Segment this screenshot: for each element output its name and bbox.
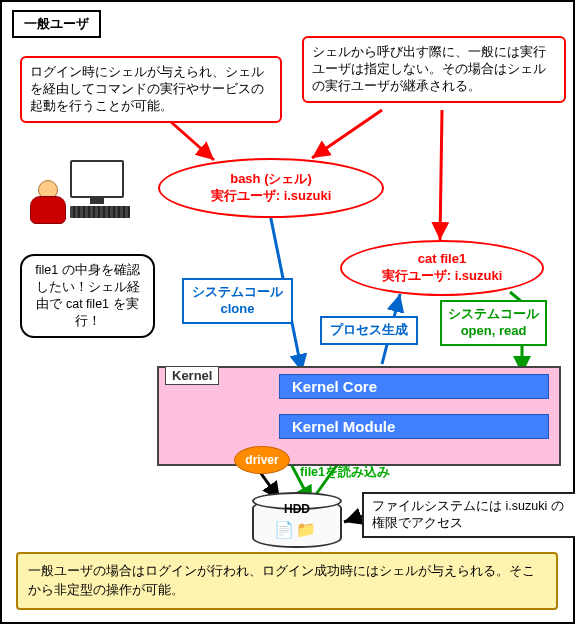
syscall-open-l1: システムコール — [448, 306, 539, 323]
kernel-module: Kernel Module — [279, 414, 549, 439]
hdd-files-icon: 📄📁 — [274, 520, 318, 539]
hdd-icon: HDD 📄📁 — [252, 492, 342, 550]
syscall-clone-l1: システムコール — [192, 284, 283, 301]
kernel-core: Kernel Core — [279, 374, 549, 399]
diagram-canvas: 一般ユーザ ログイン時にシェルが与えられ、シェルを経由してコマンドの実行やサービ… — [0, 0, 575, 624]
cat-user: 実行ユーザ: i.suzuki — [382, 268, 503, 285]
bash-user: 実行ユーザ: i.suzuki — [211, 188, 332, 205]
fs-access-note: ファイルシステムには i.suzuki の権限でアクセス — [362, 492, 575, 538]
title-box: 一般ユーザ — [12, 10, 101, 38]
kernel-box: Kernel Kernel Core Kernel Module — [157, 366, 561, 466]
user-computer-icon — [22, 160, 142, 240]
node-cat-process: cat file1 実行ユーザ: i.suzuki — [340, 240, 544, 296]
driver-node: driver — [234, 446, 290, 474]
box-syscall-clone: システムコール clone — [182, 278, 293, 324]
thought-bubble: file1 の中身を確認したい！シェル経由で cat file1 を実行！ — [20, 254, 155, 338]
person-icon — [28, 180, 66, 228]
syscall-clone-l2: clone — [192, 301, 283, 318]
box-process-gen: プロセス生成 — [320, 316, 418, 345]
svg-line-2 — [440, 110, 442, 240]
kernel-label: Kernel — [165, 366, 219, 385]
hdd-label: HDD — [252, 502, 342, 516]
bash-title: bash (シェル) — [230, 171, 312, 188]
monitor-icon — [70, 160, 124, 198]
callout-shell-login: ログイン時にシェルが与えられ、シェルを経由してコマンドの実行やサービスの起動を行… — [20, 56, 282, 123]
cat-title: cat file1 — [418, 251, 466, 268]
syscall-open-l2: open, read — [448, 323, 539, 340]
read-file-label: file1を読み込み — [300, 464, 390, 481]
svg-line-6 — [344, 516, 362, 522]
svg-line-1 — [312, 110, 382, 158]
callout-invoke-user: シェルから呼び出す際に、一般には実行ユーザは指定しない。その場合はシェルの実行ユ… — [302, 36, 566, 103]
box-syscall-open: システムコール open, read — [440, 300, 547, 346]
summary-box: 一般ユーザの場合はログインが行われ、ログイン成功時にはシェルが与えられる。そこか… — [16, 552, 558, 610]
node-bash-shell: bash (シェル) 実行ユーザ: i.suzuki — [158, 158, 384, 218]
keyboard-icon — [70, 206, 130, 218]
